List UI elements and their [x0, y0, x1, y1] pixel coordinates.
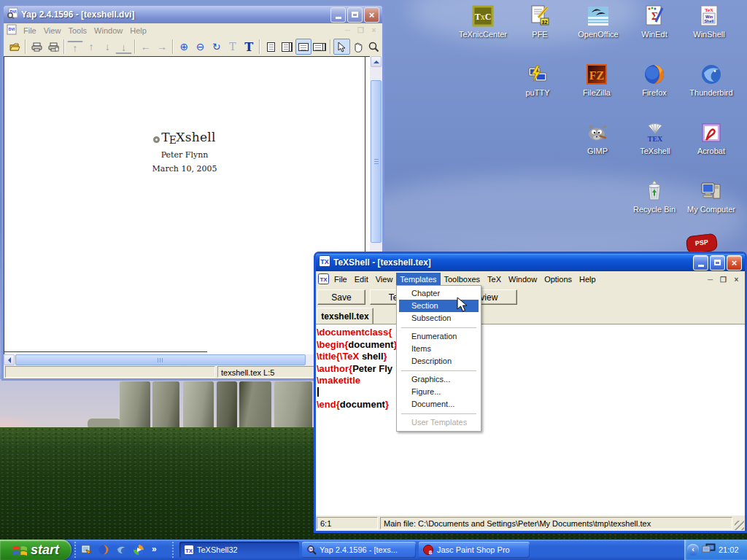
scroll-left-button[interactable]	[4, 354, 15, 365]
maximize-button[interactable]	[710, 255, 725, 271]
mdi-minimize-button[interactable]: ─	[342, 26, 353, 35]
task-button-label: Jasc Paint Shop Pro	[437, 545, 510, 554]
last-page-button[interactable]: ↓	[115, 41, 131, 54]
menu-item-subsection[interactable]: Subsection	[399, 312, 479, 324]
tray-display-icon[interactable]	[702, 543, 716, 557]
desktop-icon-firefox[interactable]: Firefox	[627, 63, 682, 97]
desktop-icon-winedt[interactable]: Σ WinEdt	[627, 4, 682, 39]
menu-toolboxes[interactable]: Toolboxes	[441, 273, 484, 286]
menu-item-description[interactable]: Description	[399, 355, 479, 368]
mdi-close-button[interactable]: ×	[731, 275, 742, 284]
desktop-icon-thunderbird[interactable]: Thunderbird	[684, 63, 739, 97]
start-button[interactable]: start	[0, 540, 71, 560]
menu-view[interactable]: View	[40, 24, 65, 37]
menu-tools[interactable]: Tools	[64, 24, 90, 37]
minimize-button[interactable]	[693, 255, 708, 271]
back-button[interactable]: ←	[138, 39, 154, 55]
zoom-out-button[interactable]: ⊖	[192, 39, 208, 55]
show-desktop-icon[interactable]	[80, 544, 92, 556]
menu-window[interactable]: Window	[90, 24, 126, 37]
mdi-restore-button[interactable]: ❐	[718, 275, 729, 284]
text-render-tool[interactable]: T	[241, 39, 257, 55]
mdi-close-button[interactable]: ×	[368, 26, 379, 35]
zoom-in-button[interactable]: ⊕	[176, 39, 192, 55]
toolbar-separator	[134, 39, 136, 54]
svg-text:FZ: FZ	[589, 69, 604, 82]
logo-X: X	[176, 130, 185, 144]
menu-edit[interactable]: Edit	[351, 273, 372, 286]
magnifier-tool[interactable]	[366, 39, 382, 55]
resize-grip[interactable]	[735, 521, 744, 530]
single-page-view-button[interactable]	[263, 39, 279, 55]
refresh-button[interactable]: ↻	[209, 39, 225, 55]
tab-texshell-tex[interactable]: texshell.tex	[317, 308, 374, 324]
menu-view[interactable]: View	[372, 273, 397, 286]
hand-pan-tool[interactable]	[350, 39, 366, 55]
yap-task-icon: DVI	[306, 545, 317, 555]
first-page-button[interactable]: ↑	[67, 41, 83, 54]
texshell-titlebar[interactable]: TX TeXShell - [texshell.tex] ×	[316, 254, 745, 271]
menu-item-document[interactable]: Document...	[399, 398, 479, 411]
menu-tex[interactable]: TeX	[484, 273, 505, 286]
editor-area[interactable]: \documentclass{ \begin{document} \title{…	[316, 324, 745, 516]
texshell-task-icon: TX	[184, 545, 194, 555]
maximize-button[interactable]	[347, 7, 363, 23]
menu-options[interactable]: Options	[541, 273, 576, 286]
mdi-minimize-button[interactable]: ─	[705, 275, 716, 284]
desktop-icon-pfe[interactable]: 32 PFE	[512, 4, 568, 39]
quicklaunch-overflow-chevron[interactable]: »	[152, 544, 157, 554]
previous-page-button[interactable]: ↑	[83, 39, 99, 55]
vertical-scroll-thumb[interactable]	[371, 80, 382, 243]
my-computer-icon	[700, 179, 723, 203]
page-width-view-button[interactable]	[295, 39, 311, 55]
menu-item-graphics[interactable]: Graphics...	[399, 373, 479, 386]
minimize-button[interactable]	[330, 7, 346, 23]
double-page-view-button[interactable]	[279, 39, 295, 55]
menu-item-user-templates[interactable]: User Templates	[399, 416, 479, 429]
menu-item-enumeration[interactable]: Enumeration	[399, 330, 479, 343]
task-button-texshell32[interactable]: TX TeXShell32	[179, 542, 299, 558]
scroll-up-button[interactable]	[371, 56, 382, 67]
menu-templates[interactable]: Templates	[396, 273, 440, 286]
menu-window[interactable]: Window	[505, 273, 541, 286]
desktop-icon-putty[interactable]: puTTY	[510, 63, 565, 97]
desktop-icon-filezilla[interactable]: FZ FileZilla	[569, 63, 624, 97]
menu-help[interactable]: Help	[576, 273, 600, 286]
menu-file[interactable]: File	[330, 273, 351, 286]
desktop-icon-texshell[interactable]: TEX TeXshell	[627, 121, 683, 155]
select-arrow-tool[interactable]	[333, 39, 349, 55]
quicklaunch-media-player-icon[interactable]	[133, 544, 144, 556]
horizontal-scroll-thumb[interactable]	[15, 354, 306, 365]
close-button[interactable]: ×	[727, 255, 742, 271]
save-button[interactable]: Save	[317, 289, 365, 305]
forward-button[interactable]: →	[154, 39, 170, 55]
svg-text:TeX: TeX	[705, 7, 713, 13]
close-button[interactable]: ×	[364, 7, 379, 23]
menu-item-items[interactable]: Items	[399, 343, 479, 355]
menu-file[interactable]: File	[20, 24, 40, 37]
print-button[interactable]	[28, 39, 44, 55]
quicklaunch-thunderbird-icon[interactable]	[115, 544, 127, 556]
yap-menubar: DVI File View Tools Window Help ─ ❐ ×	[4, 23, 382, 37]
desktop-icon-gimp[interactable]: GIMP	[570, 121, 625, 155]
text-outline-tool[interactable]: T	[225, 39, 241, 55]
task-button-paint-shop-pro[interactable]: 8 Jasc Paint Shop Pro	[419, 542, 530, 558]
desktop-icon-openoffice[interactable]: OpenOffice	[570, 4, 626, 39]
tray-collapse-chevron[interactable]: ‹	[687, 544, 699, 556]
open-file-button[interactable]	[7, 39, 23, 55]
yap-titlebar[interactable]: DVI Yap 2.4.1596 - [texshell.dvi] ×	[4, 6, 382, 23]
desktop-icon-acrobat[interactable]: Acrobat	[684, 121, 739, 155]
quicklaunch-firefox-icon[interactable]	[98, 544, 109, 556]
next-page-button[interactable]: ↓	[99, 39, 115, 55]
task-button-yap[interactable]: DVI Yap 2.4.1596 - [texs...	[302, 542, 416, 558]
menu-item-figure[interactable]: Figure...	[399, 386, 479, 398]
print-page-button[interactable]	[44, 39, 61, 55]
desktop-icon-winshell[interactable]: TeXWinShell WinShell	[681, 4, 737, 39]
desktop-icon-recycle-bin[interactable]: Recycle Bin	[627, 179, 682, 214]
mdi-restore-button[interactable]: ❐	[355, 26, 366, 35]
desktop-icon-my-computer[interactable]: My Computer	[684, 179, 739, 214]
double-page-width-view-button[interactable]	[311, 39, 328, 55]
toolbar-separator	[330, 39, 331, 54]
desktop-icon-texniccenter[interactable]: TxC TeXnicCenter	[455, 4, 511, 39]
menu-help[interactable]: Help	[126, 24, 150, 37]
